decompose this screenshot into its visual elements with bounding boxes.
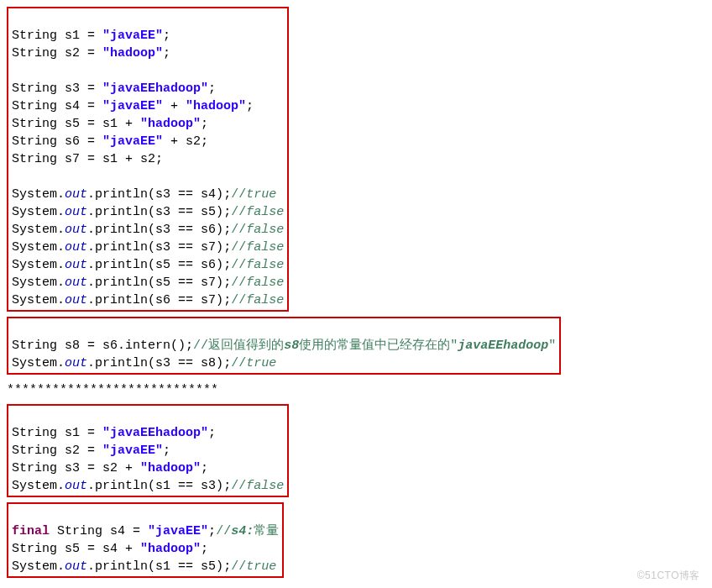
code-block-2: String s8 = s6.intern();//返回值得到的s8使用的常量值…	[7, 317, 561, 375]
line: String s1 = "javaEE";	[12, 29, 170, 43]
line: String s8 = s6.intern();//返回值得到的s8使用的常量值…	[12, 339, 556, 353]
line: String s3 = "javaEEhadoop";	[12, 81, 216, 96]
code-block-3: String s1 = "javaEEhadoop"; String s2 = …	[7, 404, 289, 497]
line: String s5 = s4 + "hadoop";	[12, 542, 208, 556]
line: String s1 = "javaEEhadoop";	[12, 426, 216, 440]
line: String s2 = "hadoop";	[12, 46, 170, 60]
line: String s7 = s1 + s2;	[12, 152, 163, 166]
line: String s2 = "javaEE";	[12, 444, 170, 458]
line: String s5 = s1 + "hadoop";	[12, 117, 208, 131]
line: System.out.println(s3 == s4);//true	[12, 187, 276, 202]
code-block-4: final String s4 = "javaEE";//s4:常量 Strin…	[7, 502, 284, 578]
line: String s4 = "javaEE" + "hadoop";	[12, 99, 254, 113]
code-block-1: String s1 = "javaEE"; String s2 = "hadoo…	[7, 7, 289, 312]
line: System.out.println(s3 == s6);//false	[12, 223, 284, 237]
line: System.out.println(s5 == s6);//false	[12, 258, 284, 272]
line: System.out.println(s1 == s5);//true	[12, 559, 276, 574]
line: System.out.println(s5 == s7);//false	[12, 276, 284, 290]
line: System.out.println(s3 == s7);//false	[12, 240, 284, 255]
watermark: ©51CTO博客	[637, 567, 700, 585]
line: System.out.println(s1 == s3);//false	[12, 479, 284, 493]
line: String s6 = "javaEE" + s2;	[12, 134, 208, 149]
line: System.out.println(s3 == s5);//false	[12, 205, 284, 219]
separator: ****************************	[7, 381, 705, 399]
line: String s3 = s2 + "hadoop";	[12, 461, 208, 475]
line: final String s4 = "javaEE";//s4:常量	[12, 524, 279, 538]
line: System.out.println(s3 == s8);//true	[12, 356, 276, 370]
line: System.out.println(s6 == s7);//false	[12, 293, 284, 307]
